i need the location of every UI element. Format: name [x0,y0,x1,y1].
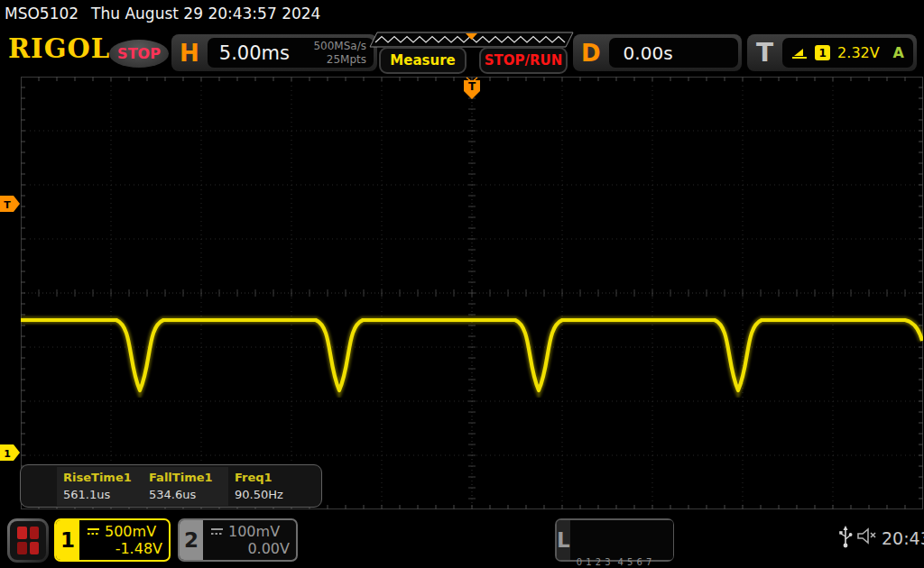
trigger-level-marker[interactable]: T [0,196,21,215]
trigger-position-marker[interactable]: T [463,77,481,104]
trigger-source-chip: 1 [815,45,830,60]
dc-coupling-icon [87,527,100,536]
measurement-risetime: RiseTime1 561.1us [57,467,143,506]
horizontal-settings[interactable]: H 5.00ms 500MSa/s 25Mpts [171,34,377,71]
usb-icon [837,526,854,549]
svg-text:T: T [468,80,476,93]
channel1-block[interactable]: 1 500mV -1.48V [54,518,171,562]
memory-depth: 25Mpts [313,53,366,66]
speaker-muted-icon[interactable] [857,527,879,545]
oscilloscope-screen: MSO5102 Thu August 29 20:43:57 2024 RIGO… [0,0,924,568]
channel2-block[interactable]: 2 100mV 0.00V [178,518,298,562]
channel2-scale: 100mV [228,523,280,540]
channel2-number: 2 [180,520,203,560]
delay-settings[interactable]: D 0.00s [573,34,742,71]
channel1-scale: 500mV [105,523,156,540]
dc-coupling-icon [210,527,224,536]
channel1-zero-marker[interactable]: 1 [0,444,21,464]
clock: 20:43 [882,528,924,548]
channel1-number: 1 [56,520,79,560]
measurement-panel[interactable]: RiseTime1 561.1us FallTime1 534.6us Freq… [20,464,322,508]
model-name: MSO5102 [5,5,79,23]
rigol-logo: RIGOL [8,33,110,64]
menu-grid-icon[interactable] [7,518,49,563]
logic-channels-block[interactable]: L 0 1 2 3 4 5 6 7 8 9 1011 12131415 [555,518,674,562]
svg-text:1: 1 [4,448,11,460]
sample-rate: 500MSa/s [313,40,366,52]
measurement-freq: Freq1 90.50Hz [228,467,314,506]
trigger-slope-icon [791,47,808,60]
trigger-label: T [747,38,782,68]
stop-run-button[interactable]: STOP/RUN [479,47,568,74]
logic-label: L [557,520,570,560]
bottom-bar: 1 500mV -1.48V 2 [0,514,924,568]
header-bar: RIGOL STOP H 5.00ms 500MSa/s 25Mpts Meas… [0,29,924,76]
measure-button[interactable]: Measure [379,47,467,74]
trigger-level-value: 2.32V [837,44,880,61]
status-bar: MSO5102 Thu August 29 20:43:57 2024 [5,5,320,23]
logic-row1: 0 1 2 3 4 5 6 7 [577,554,673,568]
datetime: Thu August 29 20:43:57 2024 [91,5,320,23]
trigger-settings[interactable]: T 1 2.32V A [747,34,917,71]
channel1-waveform [21,77,923,509]
horizontal-label: H [171,40,208,67]
delay-value: 0.00s [609,42,673,64]
channel2-offset: 0.00V [210,540,290,557]
delay-label: D [573,40,609,67]
graticule[interactable] [21,77,923,509]
trigger-sweep-mode: A [893,44,904,61]
timebase-value: 5.00ms [208,42,290,64]
measurement-falltime: FallTime1 534.6us [143,467,228,506]
acquisition-status-badge: STOP [109,40,169,68]
svg-text:T: T [4,199,11,211]
channel1-offset: -1.48V [87,540,162,557]
